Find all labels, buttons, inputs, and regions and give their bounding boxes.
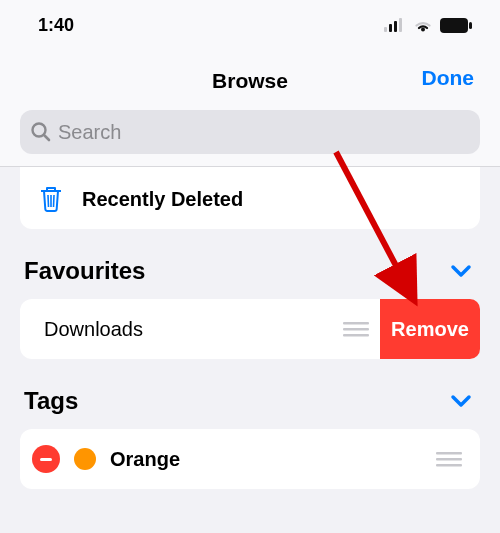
svg-rect-4	[440, 18, 468, 33]
recently-deleted-label: Recently Deleted	[82, 188, 243, 211]
svg-rect-14	[343, 334, 369, 337]
svg-line-8	[48, 195, 49, 207]
svg-rect-0	[384, 27, 387, 32]
favourites-item-downloads[interactable]: Downloads Remove	[20, 299, 480, 359]
search-placeholder: Search	[58, 121, 121, 144]
remove-button[interactable]: Remove	[380, 299, 480, 359]
wifi-icon	[412, 17, 434, 33]
svg-rect-12	[343, 322, 369, 325]
status-bar: 1:40	[0, 0, 500, 50]
trash-icon	[38, 184, 64, 214]
page-title: Browse	[212, 69, 288, 93]
svg-rect-1	[389, 24, 392, 32]
tag-label: Orange	[110, 448, 422, 471]
cellular-icon	[384, 18, 406, 32]
search-input[interactable]: Search	[20, 110, 480, 154]
favourites-title: Favourites	[24, 257, 145, 285]
chevron-down-icon	[450, 264, 472, 278]
swipe-reveal-hint	[20, 299, 30, 359]
favourites-header[interactable]: Favourites	[20, 229, 480, 299]
grip-icon[interactable]	[436, 450, 462, 468]
recently-deleted-row[interactable]: Recently Deleted	[20, 163, 480, 229]
drag-handle[interactable]	[332, 299, 380, 359]
grip-icon	[343, 320, 369, 338]
status-time: 1:40	[38, 15, 74, 36]
svg-rect-17	[436, 464, 462, 467]
svg-rect-13	[343, 328, 369, 331]
done-button[interactable]: Done	[422, 66, 475, 90]
svg-rect-3	[399, 18, 402, 32]
tag-color-dot	[74, 448, 96, 470]
status-indicators	[384, 17, 472, 33]
delete-icon[interactable]	[32, 445, 60, 473]
nav-header: Browse Done Search	[0, 50, 500, 167]
tags-header[interactable]: Tags	[20, 359, 480, 429]
svg-line-10	[54, 195, 55, 207]
svg-rect-5	[469, 22, 472, 29]
downloads-label: Downloads	[30, 299, 332, 359]
chevron-down-icon	[450, 394, 472, 408]
tags-title: Tags	[24, 387, 78, 415]
tag-item-orange[interactable]: Orange	[20, 429, 480, 489]
svg-point-6	[33, 124, 46, 137]
svg-rect-2	[394, 21, 397, 32]
battery-icon	[440, 18, 472, 33]
search-icon	[30, 121, 52, 143]
svg-line-7	[45, 136, 50, 141]
svg-rect-16	[436, 458, 462, 461]
svg-rect-15	[436, 452, 462, 455]
